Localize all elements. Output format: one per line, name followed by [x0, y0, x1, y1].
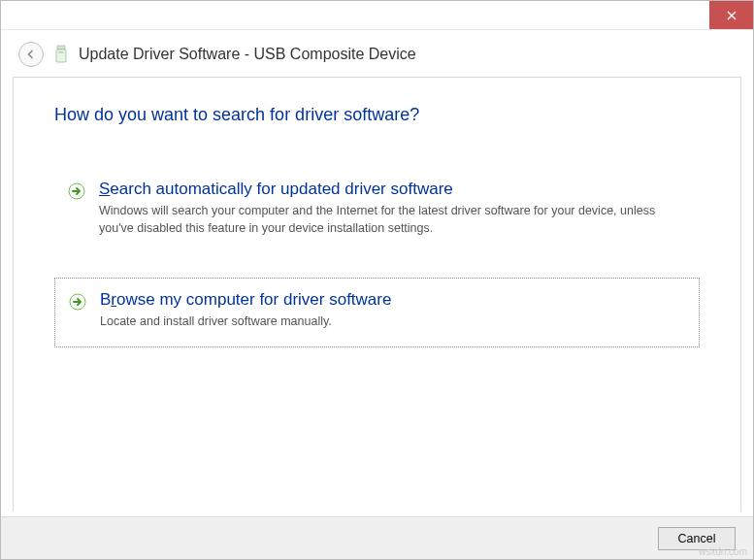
- page-heading: How do you want to search for driver sof…: [54, 105, 700, 125]
- option-browse-computer[interactable]: Browse my computer for driver software L…: [54, 278, 700, 347]
- svg-rect-3: [56, 49, 66, 62]
- device-icon: [53, 45, 69, 64]
- svg-rect-2: [57, 46, 65, 49]
- back-arrow-icon: [25, 49, 37, 60]
- option-search-automatically[interactable]: Search automatically for updated driver …: [54, 168, 700, 252]
- option-description: Windows will search your computer and th…: [99, 203, 686, 237]
- wizard-header: Update Driver Software - USB Composite D…: [1, 30, 753, 77]
- content-area: How do you want to search for driver sof…: [13, 77, 741, 511]
- arrow-right-icon: [69, 293, 86, 311]
- back-button[interactable]: [18, 42, 44, 67]
- close-icon: [727, 11, 737, 20]
- option-text: Search automatically for updated driver …: [99, 180, 686, 237]
- option-description: Locate and install driver software manua…: [100, 313, 685, 331]
- titlebar: [1, 1, 753, 30]
- option-title: Search automatically for updated driver …: [99, 180, 686, 199]
- option-title: Browse my computer for driver software: [100, 290, 685, 310]
- close-button[interactable]: [709, 1, 753, 29]
- footer-bar: Cancel: [1, 516, 753, 559]
- cancel-button[interactable]: Cancel: [658, 527, 736, 550]
- window-title: Update Driver Software - USB Composite D…: [79, 46, 416, 63]
- option-text: Browse my computer for driver software L…: [100, 290, 685, 331]
- arrow-right-icon: [68, 182, 85, 200]
- svg-rect-4: [59, 51, 64, 53]
